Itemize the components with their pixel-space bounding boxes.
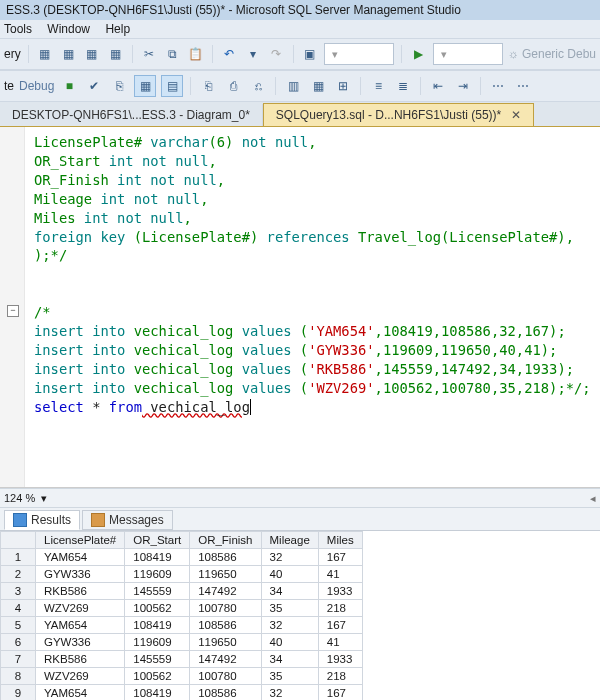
cell[interactable]: 108586 [190, 617, 261, 634]
cell[interactable]: YAM654 [36, 617, 125, 634]
cell[interactable]: 1933 [318, 583, 362, 600]
cell[interactable]: YAM654 [36, 549, 125, 566]
indent-icon[interactable]: ⇤ [428, 76, 448, 96]
row-number[interactable]: 4 [1, 600, 36, 617]
tab-messages[interactable]: Messages [82, 510, 173, 530]
cell[interactable]: 1933 [318, 651, 362, 668]
step-icon[interactable]: ⎘ [109, 76, 129, 96]
row-number[interactable]: 1 [1, 549, 36, 566]
cell[interactable]: 32 [261, 617, 318, 634]
results-grid[interactable]: LicensePlate#OR_StartOR_FinishMileageMil… [0, 531, 600, 700]
sql-icon-2[interactable]: ▦ [59, 44, 78, 64]
menu-help[interactable]: Help [105, 22, 130, 36]
play-icon[interactable]: ▶ [409, 44, 428, 64]
cell[interactable]: 41 [318, 634, 362, 651]
cell[interactable]: RKB586 [36, 583, 125, 600]
cell[interactable]: 32 [261, 549, 318, 566]
row-number[interactable]: 5 [1, 617, 36, 634]
text-results-icon[interactable]: ▤ [161, 75, 183, 97]
cell[interactable]: 218 [318, 668, 362, 685]
cell[interactable]: 108419 [125, 685, 190, 701]
tab-sqlquery[interactable]: SQLQuery13.sql - D...NH6FS1\Justi (55))*… [263, 103, 534, 126]
sql-icon-3[interactable]: ▦ [83, 44, 102, 64]
cell[interactable]: 119650 [190, 566, 261, 583]
cell[interactable]: 40 [261, 634, 318, 651]
cell[interactable]: 100780 [190, 600, 261, 617]
fold-box-icon[interactable]: − [7, 305, 19, 317]
outdent-icon[interactable]: ⇥ [453, 76, 473, 96]
row-number[interactable]: 7 [1, 651, 36, 668]
column-header[interactable]: OR_Start [125, 532, 190, 549]
cell[interactable]: 34 [261, 651, 318, 668]
table-row[interactable]: 8WZV26910056210078035218 [1, 668, 363, 685]
cell[interactable]: 218 [318, 600, 362, 617]
row-number[interactable]: 6 [1, 634, 36, 651]
cell[interactable]: 108586 [190, 549, 261, 566]
format2-icon[interactable]: ≣ [393, 76, 413, 96]
cell[interactable]: 100562 [125, 668, 190, 685]
opt1-icon[interactable]: ⎗ [198, 76, 218, 96]
grid-results-icon[interactable]: ▦ [134, 75, 156, 97]
opt2-icon[interactable]: ⎙ [223, 76, 243, 96]
cell[interactable]: 108419 [125, 549, 190, 566]
cell[interactable]: 167 [318, 549, 362, 566]
row-number[interactable]: 2 [1, 566, 36, 583]
cell[interactable]: 145559 [125, 651, 190, 668]
toolbar-dropdown-1[interactable]: ▾ [324, 43, 394, 65]
table-row[interactable]: 4WZV26910056210078035218 [1, 600, 363, 617]
cut-icon[interactable]: ✂ [140, 44, 159, 64]
misc2-icon[interactable]: ⋯ [513, 76, 533, 96]
cell[interactable]: 119650 [190, 634, 261, 651]
cell[interactable]: 147492 [190, 583, 261, 600]
cell[interactable]: WZV269 [36, 600, 125, 617]
zoom-value[interactable]: 124 % [4, 492, 35, 504]
cell[interactable]: 108586 [190, 685, 261, 701]
continue-icon[interactable]: ■ [59, 76, 79, 96]
debug-label[interactable]: Debug [19, 79, 54, 93]
cell[interactable]: RKB586 [36, 651, 125, 668]
table-row[interactable]: 1YAM65410841910858632167 [1, 549, 363, 566]
table-row[interactable]: 6GYW3361196091196504041 [1, 634, 363, 651]
optC-icon[interactable]: ⊞ [333, 76, 353, 96]
sql-editor[interactable]: − LicensePlate# varchar(6) not null, OR_… [0, 127, 600, 488]
optA-icon[interactable]: ▥ [283, 76, 303, 96]
zoom-dropdown-icon[interactable]: ▾ [41, 492, 47, 505]
table-row[interactable]: 7RKB586145559147492341933 [1, 651, 363, 668]
cell[interactable]: 40 [261, 566, 318, 583]
launch-icon[interactable]: ▣ [301, 44, 320, 64]
column-header[interactable]: Miles [318, 532, 362, 549]
cell[interactable]: GYW336 [36, 634, 125, 651]
sql-icon[interactable]: ▦ [36, 44, 55, 64]
menu-window[interactable]: Window [47, 22, 90, 36]
row-number[interactable]: 3 [1, 583, 36, 600]
close-tab-icon[interactable]: ✕ [511, 108, 521, 122]
check-icon[interactable]: ✔ [84, 76, 104, 96]
column-header[interactable]: Mileage [261, 532, 318, 549]
cell[interactable]: 35 [261, 600, 318, 617]
column-header[interactable]: OR_Finish [190, 532, 261, 549]
copy-icon[interactable]: ⧉ [163, 44, 182, 64]
cell[interactable]: 167 [318, 685, 362, 701]
cell[interactable]: 145559 [125, 583, 190, 600]
cell[interactable]: 32 [261, 685, 318, 701]
cell[interactable]: 119609 [125, 634, 190, 651]
paste-icon[interactable]: 📋 [187, 44, 206, 64]
row-number[interactable]: 9 [1, 685, 36, 701]
toolbar-dropdown-2[interactable]: ▾ [433, 43, 503, 65]
cell[interactable]: 100562 [125, 600, 190, 617]
sql-icon-4[interactable]: ▦ [106, 44, 125, 64]
cell[interactable]: 41 [318, 566, 362, 583]
cell[interactable]: 167 [318, 617, 362, 634]
cell[interactable]: 147492 [190, 651, 261, 668]
undo-icon[interactable]: ↶ [220, 44, 239, 64]
generic-debug-button[interactable]: ☼ Generic Debu [508, 47, 596, 61]
undo-dropdown-icon[interactable]: ▾ [244, 44, 263, 64]
cell[interactable]: 35 [261, 668, 318, 685]
optB-icon[interactable]: ▦ [308, 76, 328, 96]
cell[interactable]: 34 [261, 583, 318, 600]
tab-diagram[interactable]: DESKTOP-QNH6FS1\...ESS.3 - Diagram_0* [0, 104, 263, 126]
cell[interactable]: GYW336 [36, 566, 125, 583]
row-number[interactable]: 8 [1, 668, 36, 685]
table-row[interactable]: 9YAM65410841910858632167 [1, 685, 363, 701]
misc1-icon[interactable]: ⋯ [488, 76, 508, 96]
